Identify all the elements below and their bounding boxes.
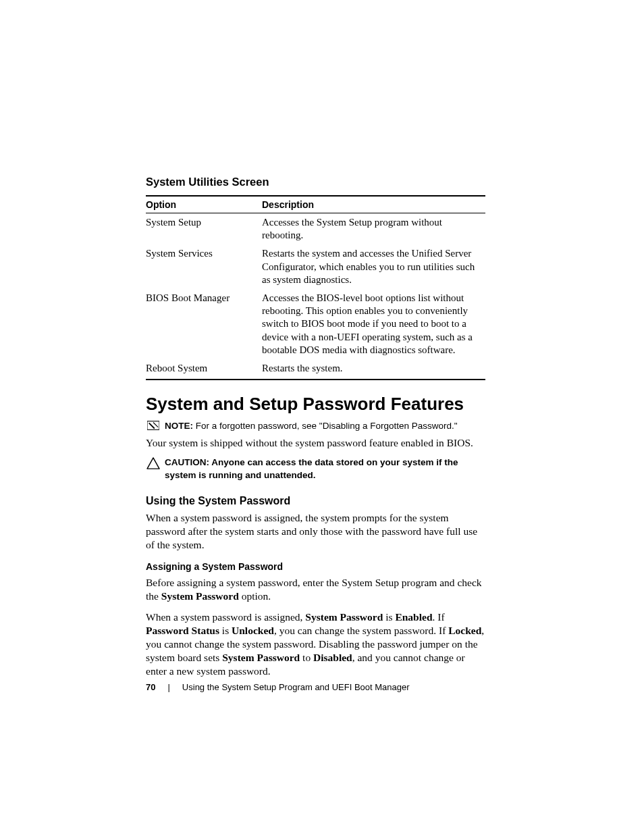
heading-main: System and Setup Password Features bbox=[146, 394, 485, 415]
table-row: System Services Restarts the system and … bbox=[146, 244, 485, 289]
bold-text: System Password bbox=[305, 611, 383, 623]
table-row: BIOS Boot Manager Accesses the BIOS-leve… bbox=[146, 289, 485, 359]
caution-icon bbox=[146, 457, 161, 469]
caution-body: Anyone can access the data stored on you… bbox=[165, 457, 458, 479]
option-cell: System Services bbox=[146, 244, 262, 289]
table-row: System Setup Accesses the System Setup p… bbox=[146, 213, 485, 245]
table-header-description: Description bbox=[262, 196, 485, 213]
bold-text: Disabled bbox=[313, 652, 352, 663]
bold-text: Password Status bbox=[146, 625, 219, 636]
body-assign-detail: When a system password is assigned, Syst… bbox=[146, 610, 485, 679]
option-cell: Reboot System bbox=[146, 359, 262, 380]
description-cell: Accesses the System Setup program withou… bbox=[262, 213, 485, 245]
intro-body: Your system is shipped without the syste… bbox=[146, 436, 485, 450]
table-row: Reboot System Restarts the system. bbox=[146, 359, 485, 380]
table-header-option: Option bbox=[146, 196, 262, 213]
note-body: For a forgotten password, see "Disabling… bbox=[193, 421, 458, 431]
document-page: System Utilities Screen Option Descripti… bbox=[0, 0, 644, 834]
text: . If bbox=[433, 611, 445, 623]
body-assign-intro: Before assigning a system password, ente… bbox=[146, 576, 485, 603]
text: , you can change the system password. If bbox=[274, 625, 448, 636]
note-text: NOTE: For a forgotten password, see "Dis… bbox=[165, 420, 485, 432]
note-icon bbox=[146, 421, 161, 430]
body-using: When a system password is assigned, the … bbox=[146, 511, 485, 552]
text: When a system password is assigned, bbox=[146, 611, 305, 623]
bold-text: System Password bbox=[161, 590, 239, 602]
subheading-assigning: Assigning a System Password bbox=[146, 561, 485, 572]
option-cell: System Setup bbox=[146, 213, 262, 245]
caution-callout: CAUTION: Anyone can access the data stor… bbox=[146, 457, 485, 481]
bold-text: Unlocked bbox=[232, 625, 274, 636]
footer-title: Using the System Setup Program and UEFI … bbox=[182, 682, 410, 692]
caution-label: CAUTION: bbox=[165, 457, 209, 467]
description-cell: Restarts the system and accesses the Uni… bbox=[262, 244, 485, 289]
text: to bbox=[300, 652, 313, 663]
options-table: Option Description System Setup Accesses… bbox=[146, 195, 485, 380]
subheading-using: Using the System Password bbox=[146, 495, 485, 507]
caution-text: CAUTION: Anyone can access the data stor… bbox=[165, 457, 485, 481]
bold-text: Enabled bbox=[395, 611, 432, 623]
bold-text: System Password bbox=[222, 652, 300, 663]
description-cell: Restarts the system. bbox=[262, 359, 485, 380]
page-number: 70 bbox=[146, 682, 155, 692]
note-label: NOTE: bbox=[165, 421, 193, 431]
footer-separator: | bbox=[167, 682, 169, 692]
note-callout: NOTE: For a forgotten password, see "Dis… bbox=[146, 420, 485, 432]
description-cell: Accesses the BIOS-level boot options lis… bbox=[262, 289, 485, 359]
text: option. bbox=[239, 590, 271, 602]
text: is bbox=[219, 625, 232, 636]
section-heading: System Utilities Screen bbox=[146, 176, 485, 188]
option-cell: BIOS Boot Manager bbox=[146, 289, 262, 359]
page-footer: 70 | Using the System Setup Program and … bbox=[146, 682, 410, 692]
svg-marker-3 bbox=[147, 458, 159, 469]
bold-text: Locked bbox=[448, 625, 481, 636]
text: is bbox=[383, 611, 395, 623]
